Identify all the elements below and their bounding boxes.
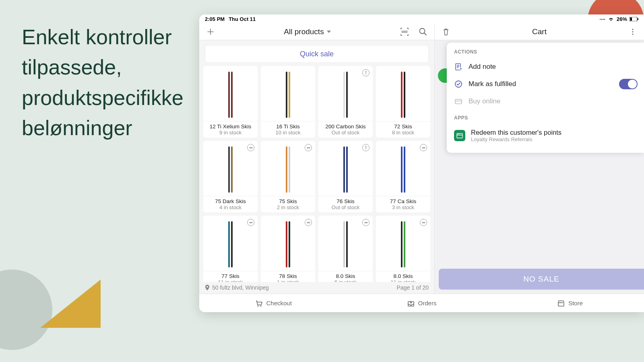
- product-name: 200 Carbon Skis: [319, 123, 372, 130]
- redeem-points-app[interactable]: Redeem this customer's points Loyalty Re…: [447, 125, 644, 146]
- product-name: 8.0 Skis: [377, 273, 429, 279]
- location-text: 50 fultz blvd, Winnipeg: [212, 284, 269, 291]
- product-card[interactable]: 16 Ti Skis10 in stock: [261, 66, 315, 138]
- check-circle-icon: [454, 80, 463, 88]
- status-battery: 26%: [617, 16, 627, 22]
- product-stock: 9 in stock: [204, 130, 257, 136]
- cart-icon: [255, 299, 263, 307]
- barcode-scan-button[interactable]: [399, 26, 410, 37]
- product-name: 77 Skis: [204, 273, 257, 279]
- product-card[interactable]: 72 Skis8 in stock: [376, 66, 430, 138]
- svg-point-13: [459, 134, 460, 135]
- product-stock: 1 in stock: [262, 279, 314, 282]
- add-note-label: Add note: [469, 63, 496, 71]
- product-name: 76 Skis: [319, 198, 372, 204]
- product-card[interactable]: •••77 Ca Skis3 in stock: [376, 141, 430, 212]
- svg-rect-2: [638, 18, 638, 20]
- svg-point-6: [632, 33, 633, 35]
- product-name: 75 Dark Skis: [204, 198, 257, 204]
- product-image: [261, 66, 315, 121]
- stock-alert-icon: !: [362, 144, 369, 151]
- product-card[interactable]: •••78 Skis1 in stock: [261, 216, 315, 282]
- no-sale-button[interactable]: NO SALE: [439, 269, 644, 290]
- mark-fulfilled-action[interactable]: Mark as fulfilled: [447, 75, 644, 93]
- product-name: 72 Skis: [377, 123, 429, 130]
- product-card[interactable]: •••75 Skis2 in stock: [261, 141, 315, 212]
- cellular-dots-icon: ····: [600, 16, 605, 22]
- tablet-frame: 2:05 PM Thu Oct 11 ···· 26% All products: [199, 14, 644, 312]
- svg-rect-1: [630, 17, 632, 21]
- battery-icon: [630, 17, 638, 21]
- products-column: Quick sale 12 Ti Xelium Skis9 in stock16…: [199, 40, 435, 294]
- add-button[interactable]: [205, 26, 216, 37]
- svg-rect-11: [457, 134, 462, 138]
- product-stock: 8 in stock: [377, 130, 429, 136]
- buy-online-action: Buy online: [447, 93, 644, 109]
- variants-more-icon: •••: [420, 219, 427, 226]
- product-stock: 6 in stock: [319, 279, 372, 282]
- tab-store-label: Store: [568, 300, 583, 306]
- cart-column: ACTIONS Add note Mark as fulfilled: [435, 40, 644, 294]
- product-image: [203, 66, 258, 121]
- product-stock: 3 in stock: [377, 204, 429, 210]
- variants-more-icon: •••: [362, 219, 369, 226]
- marketing-headline: Enkelt kontroller tilpassede, produktspe…: [22, 22, 191, 144]
- variants-more-icon: •••: [247, 144, 254, 151]
- tab-checkout-label: Checkout: [266, 300, 291, 306]
- variants-more-icon: •••: [305, 219, 312, 226]
- status-time: 2:05 PM: [205, 16, 225, 22]
- svg-point-15: [260, 305, 262, 306]
- product-stock: 11 in stock: [204, 279, 257, 282]
- svg-point-5: [632, 31, 633, 32]
- product-card[interactable]: 12 Ti Xelium Skis9 in stock: [203, 66, 258, 138]
- product-card[interactable]: •••8.0 Skis11 in stock: [376, 216, 430, 282]
- product-card[interactable]: •••77 Skis11 in stock: [203, 216, 258, 282]
- product-stock: 4 in stock: [204, 204, 257, 210]
- redeem-title: Redeem this customer's points: [471, 129, 561, 136]
- quick-sale-button[interactable]: Quick sale: [205, 45, 429, 63]
- product-name: 8.0 Skis: [319, 273, 372, 279]
- product-name: 12 Ti Xelium Skis: [204, 123, 257, 130]
- delete-cart-button[interactable]: [440, 26, 452, 37]
- wifi-icon: [608, 16, 614, 21]
- products-dropdown[interactable]: All products: [284, 27, 331, 36]
- search-button[interactable]: [417, 26, 429, 37]
- variants-more-icon: •••: [420, 144, 427, 151]
- tab-store[interactable]: Store: [496, 294, 644, 312]
- product-name: 77 Ca Skis: [377, 198, 429, 204]
- product-name: 78 Skis: [262, 273, 314, 279]
- pagination-text: Page 1 of 20: [397, 284, 429, 291]
- svg-point-4: [632, 29, 633, 30]
- variants-more-icon: •••: [305, 144, 312, 151]
- add-note-action[interactable]: Add note: [447, 59, 644, 75]
- svg-point-12: [458, 134, 458, 135]
- product-card[interactable]: !76 SkisOut of stock: [318, 141, 373, 212]
- cart-more-button[interactable]: [627, 26, 638, 37]
- cart-actions-panel: ACTIONS Add note Mark as fulfilled: [447, 43, 644, 153]
- location-pin-icon: [205, 285, 210, 290]
- product-name: 16 Ti Skis: [262, 123, 314, 130]
- bottom-tabs: Checkout Orders Store: [199, 294, 644, 312]
- credit-card-icon: [454, 97, 463, 105]
- mark-fulfilled-label: Mark as fulfilled: [469, 80, 516, 88]
- status-bar: 2:05 PM Thu Oct 11 ···· 26%: [199, 14, 644, 23]
- product-stock: 11 in stock: [377, 279, 429, 282]
- decorative-triangle: [40, 280, 101, 328]
- product-stock: 2 in stock: [262, 204, 314, 210]
- top-bars: All products Cart: [199, 23, 644, 40]
- loyalty-app-icon: [454, 130, 465, 141]
- tab-checkout[interactable]: Checkout: [199, 294, 347, 312]
- inbox-icon: [407, 299, 415, 307]
- product-card[interactable]: •••75 Dark Skis4 in stock: [203, 141, 258, 212]
- tab-orders[interactable]: Orders: [347, 294, 495, 312]
- stock-alert-icon: !: [362, 69, 369, 76]
- status-date: Thu Oct 11: [229, 16, 256, 22]
- product-card[interactable]: •••8.0 Skis6 in stock: [318, 216, 373, 282]
- store-icon: [557, 299, 565, 307]
- fulfilled-toggle[interactable]: [619, 79, 638, 89]
- product-image: [376, 66, 430, 121]
- buy-online-label: Buy online: [469, 97, 500, 105]
- product-grid: 12 Ti Xelium Skis9 in stock16 Ti Skis10 …: [199, 66, 434, 282]
- redeem-subtitle: Loyalty Rewards Referrals: [471, 136, 561, 142]
- product-card[interactable]: !200 Carbon SkisOut of stock: [318, 66, 373, 138]
